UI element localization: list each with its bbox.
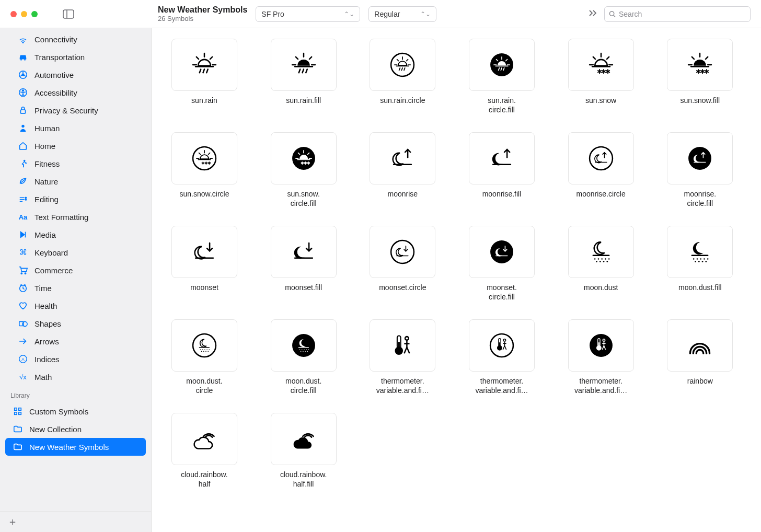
sidebar-category-math[interactable]: √xMath	[0, 368, 151, 386]
sun.rain.fill-icon	[290, 51, 318, 79]
svg-line-10	[20, 75, 22, 77]
sidebar-category-fitness[interactable]: Fitness	[0, 155, 151, 172]
sidebar-item-label: Time	[34, 284, 52, 293]
symbol-label: moonrise.circle	[576, 190, 626, 199]
symbol-cell[interactable]: moon.dust	[567, 226, 635, 302]
symbol-cell[interactable]: moon.dust.fill	[666, 226, 734, 302]
symbol-tile	[469, 132, 535, 184]
symbol-cell[interactable]: sun.rain.fill	[270, 39, 338, 114]
sidebar-category-text[interactable]: AaText Formatting	[0, 208, 151, 226]
svg-rect-36	[19, 412, 21, 415]
symbol-label: moonrise.circle.fill	[684, 190, 716, 208]
sidebar-item-label: Automotive	[34, 71, 74, 79]
symbol-label: moon.dust	[584, 283, 618, 293]
thermometer.circle-icon	[488, 331, 516, 360]
symbol-tile	[667, 132, 733, 184]
symbol-cell[interactable]: moonrise	[368, 132, 436, 208]
font-select[interactable]: SF Pro ⌃⌄	[256, 6, 360, 22]
symbol-grid-area[interactable]: sun.rainsun.rain.fillsun.rain.circlesun.…	[152, 28, 761, 532]
symbol-cell[interactable]: cloud.rainbow.half	[170, 413, 238, 489]
weight-select[interactable]: Regular ⌃⌄	[368, 6, 436, 22]
symbol-cell[interactable]: moonrise.circle.fill	[666, 132, 734, 208]
library-item-1[interactable]: New Collection	[5, 420, 146, 438]
symbol-cell[interactable]: rainbow	[666, 319, 734, 395]
sidebar-category-nature[interactable]: Nature	[0, 172, 151, 190]
search-field[interactable]	[604, 6, 751, 22]
toolbar-overflow-button[interactable]	[587, 8, 598, 19]
app-window: New Weather Symbols 26 Symbols SF Pro ⌃⌄…	[0, 0, 761, 532]
sidebar-item-label: Connectivity	[34, 35, 77, 44]
sun.snow.circle-icon	[190, 144, 218, 172]
symbol-tile	[271, 413, 337, 465]
symbol-cell[interactable]: sun.snow.fill	[666, 39, 734, 114]
symbol-cell[interactable]: moonset	[170, 226, 238, 302]
sun.rain.circle.fill-icon	[488, 51, 516, 79]
symbol-cell[interactable]: sun.snow	[567, 39, 635, 114]
cloud.rainbow.fill-icon	[290, 425, 318, 453]
symbol-tile	[568, 226, 634, 278]
rainbow-icon	[686, 331, 714, 360]
sun.snow-icon	[587, 51, 615, 79]
sidebar-category-commerce[interactable]: Commerce	[0, 261, 151, 279]
sidebar-category-privacy[interactable]: Privacy & Security	[0, 101, 151, 119]
symbol-cell[interactable]: sun.snow.circle	[170, 132, 238, 208]
sidebar-category-automotive[interactable]: Automotive	[0, 66, 151, 84]
symbol-cell[interactable]: sun.rain	[170, 39, 238, 114]
symbol-tile	[171, 132, 237, 184]
symbol-cell[interactable]: moonset.circle.fill	[468, 226, 536, 302]
library-item-2[interactable]: New Weather Symbols	[5, 438, 146, 456]
symbol-label: sun.rain.circle	[380, 96, 425, 106]
sidebar-category-indices[interactable]: AIndices	[0, 350, 151, 368]
library-item-0[interactable]: Custom Symbols	[5, 402, 146, 420]
search-icon	[609, 10, 616, 18]
symbol-cell[interactable]: sun.snow.circle.fill	[270, 132, 338, 208]
symbol-cell[interactable]: sun.rain.circle	[368, 39, 436, 114]
symbol-cell[interactable]: thermometer.variable.and.fi…	[368, 319, 436, 395]
add-collection-button[interactable]: ＋	[7, 515, 18, 529]
sidebar-category-home[interactable]: Home	[0, 137, 151, 155]
sidebar-category-accessibility[interactable]: Accessibility	[0, 84, 151, 101]
symbol-cell[interactable]: moon.dust.circle.fill	[270, 319, 338, 395]
minimize-window-button[interactable]	[21, 11, 27, 17]
symbol-cell[interactable]: thermometer.variable.and.fi…	[468, 319, 536, 395]
shapes-icon	[18, 319, 28, 328]
zoom-window-button[interactable]	[31, 11, 38, 17]
sun.rain.circle-icon	[388, 51, 417, 79]
svg-point-26	[25, 273, 26, 274]
sidebar-category-transportation[interactable]: Transportation	[0, 48, 151, 66]
symbol-cell[interactable]: cloud.rainbow.half.fill	[270, 413, 338, 489]
sidebar-category-connectivity[interactable]: Connectivity	[0, 30, 151, 48]
library-item-label: New Weather Symbols	[29, 443, 109, 452]
folder-icon	[13, 442, 23, 452]
weight-select-value: Regular	[374, 10, 400, 18]
symbol-cell[interactable]: moonset.circle	[368, 226, 436, 302]
sidebar-category-shapes[interactable]: Shapes	[0, 315, 151, 332]
svg-point-13	[22, 90, 24, 91]
symbol-label: moonset.circle.fill	[487, 283, 517, 302]
symbol-cell[interactable]: thermometer.variable.and.fi…	[567, 319, 635, 395]
symbol-tile	[568, 132, 634, 184]
search-input[interactable]	[619, 10, 746, 18]
symbol-cell[interactable]: moonrise.fill	[468, 132, 536, 208]
folder-icon	[13, 424, 23, 434]
sidebar-category-keyboard[interactable]: ⌘Keyboard	[0, 244, 151, 261]
sidebar-category-health[interactable]: Health	[0, 297, 151, 315]
titlebar-center: New Weather Symbols 26 Symbols SF Pro ⌃⌄…	[158, 5, 587, 23]
symbol-label: sun.snow.fill	[681, 96, 720, 106]
symbol-cell[interactable]: moonrise.circle	[567, 132, 635, 208]
sidebar-category-human[interactable]: Human	[0, 119, 151, 137]
sidebar-category-arrows[interactable]: Arrows	[0, 332, 151, 350]
close-window-button[interactable]	[10, 11, 17, 17]
sidebar-item-label: Human	[34, 124, 60, 133]
symbol-label: cloud.rainbow.half	[181, 470, 228, 489]
sidebar-category-time[interactable]: Time	[0, 279, 151, 297]
symbol-cell[interactable]: moon.dust.circle	[170, 319, 238, 395]
sidebar-category-editing[interactable]: Editing	[0, 190, 151, 208]
sidebar-toggle-button[interactable]	[63, 9, 74, 19]
symbol-cell[interactable]: sun.rain.circle.fill	[468, 39, 536, 114]
svg-marker-23	[21, 232, 25, 238]
symbol-cell[interactable]: moonset.fill	[270, 226, 338, 302]
sidebar-category-media[interactable]: Media	[0, 226, 151, 244]
moonset-icon	[190, 238, 218, 266]
symbol-tile	[370, 39, 435, 91]
